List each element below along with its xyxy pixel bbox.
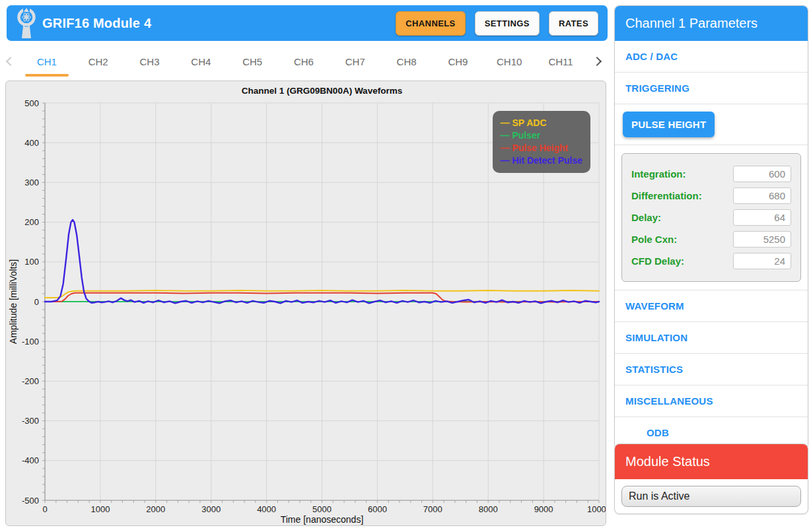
pulse-height-params-section: Integration: Differentiation: Delay: Pol… bbox=[615, 145, 808, 290]
run-status-field: Run is Active bbox=[621, 486, 801, 507]
cfd-delay-input[interactable] bbox=[733, 253, 791, 269]
x-tick-label: 2000 bbox=[146, 504, 165, 514]
x-tick-label: 6000 bbox=[368, 504, 387, 514]
header-nav: CHANNELS SETTINGS RATES bbox=[396, 11, 601, 36]
tab-label: CH6 bbox=[294, 56, 314, 67]
y-tick-label: 200 bbox=[24, 217, 39, 227]
sidebar-item-triggering[interactable]: TRIGGERING bbox=[615, 73, 808, 104]
channel-tab-bar: CH1 CH2 CH3 CH4 CH5 CH6 CH7 CH8 CH9 CH10… bbox=[0, 46, 608, 77]
y-tick-label: -500 bbox=[22, 496, 39, 506]
chevron-left-icon bbox=[6, 57, 15, 66]
panel-title: Channel 1 Parameters bbox=[615, 6, 808, 41]
x-tick-label: 1000 bbox=[90, 504, 110, 514]
param-row: Pole Cxn: bbox=[631, 231, 791, 248]
active-tab-indicator bbox=[25, 74, 69, 77]
x-tick-label: 8000 bbox=[479, 504, 498, 514]
legend-entry-pulse-height: — Pulse Height bbox=[501, 142, 582, 154]
x-axis-label: Time [nanoseconds] bbox=[281, 514, 364, 525]
legend-entry-hit-detect-pulse: — Hit Detect Pulse bbox=[501, 154, 582, 167]
differentiation-input[interactable] bbox=[733, 187, 791, 204]
y-tick-label: -200 bbox=[22, 376, 39, 386]
pole-cxn-input[interactable] bbox=[733, 231, 791, 248]
waveform-chart-card: -500-400-300-200-10001002003004005000100… bbox=[5, 81, 606, 526]
sidebar-item-simulation[interactable]: SIMULATION bbox=[615, 322, 808, 354]
tab-ch1[interactable]: CH1 bbox=[21, 46, 73, 77]
tab-label: CH4 bbox=[191, 56, 211, 67]
pulse-height-params-box: Integration: Differentiation: Delay: Pol… bbox=[621, 153, 801, 282]
y-tick-label: 500 bbox=[24, 98, 39, 108]
chart-legend: — SP ADC— Pulser— Pulse Height— Hit Dete… bbox=[493, 111, 590, 173]
settings-button[interactable]: SETTINGS bbox=[475, 11, 540, 36]
module-status-body: Run is Active bbox=[615, 479, 808, 514]
differentiation-label: Differentiation: bbox=[631, 190, 702, 201]
tab-ch7[interactable]: CH7 bbox=[330, 46, 381, 77]
pulse-height-button[interactable]: PULSE HEIGHT bbox=[623, 112, 715, 137]
tab-label: CH7 bbox=[345, 56, 365, 67]
tab-ch9[interactable]: CH9 bbox=[433, 46, 484, 77]
param-row: Delay: bbox=[631, 209, 791, 226]
sidebar-item-miscellaneous[interactable]: MISCELLANEOUS bbox=[615, 385, 808, 417]
y-tick-label: 400 bbox=[24, 138, 39, 148]
legend-entry-pulser: — Pulser bbox=[501, 129, 582, 142]
chart-title: Channel 1 (GRG09BN00A) Waveforms bbox=[242, 86, 402, 96]
tab-label: CH10 bbox=[497, 56, 522, 67]
param-row: Integration: bbox=[631, 166, 791, 182]
y-tick-label: 0 bbox=[34, 297, 39, 307]
tab-ch11[interactable]: CH11 bbox=[535, 46, 586, 77]
x-tick-label: 5000 bbox=[312, 504, 332, 514]
tab-label: CH5 bbox=[242, 56, 262, 67]
prev-tabs-button[interactable] bbox=[0, 46, 21, 77]
x-tick-label: 9000 bbox=[534, 504, 553, 514]
tab-label: CH8 bbox=[397, 56, 417, 67]
sidebar-item-statistics[interactable]: STATISTICS bbox=[615, 354, 808, 385]
x-tick-label: 4000 bbox=[257, 504, 276, 514]
pole-cxn-label: Pole Cxn: bbox=[631, 234, 677, 245]
sidebar-item-pulse-height: PULSE HEIGHT bbox=[615, 104, 808, 145]
tab-ch4[interactable]: CH4 bbox=[175, 46, 227, 77]
chevron-right-icon bbox=[592, 57, 602, 66]
app-header: GRIF16 Module 4 CHANNELS SETTINGS RATES bbox=[7, 5, 608, 41]
tab-ch8[interactable]: CH8 bbox=[381, 46, 433, 77]
x-tick-label: 10000 bbox=[587, 504, 606, 514]
y-tick-label: 300 bbox=[24, 178, 39, 187]
griffin-logo-icon bbox=[13, 7, 40, 40]
cfd-delay-label: CFD Delay: bbox=[631, 255, 684, 267]
tab-ch3[interactable]: CH3 bbox=[124, 46, 176, 77]
rates-button[interactable]: RATES bbox=[549, 11, 598, 36]
tab-label: CH1 bbox=[37, 56, 57, 67]
x-tick-label: 0 bbox=[42, 504, 47, 514]
tab-ch6[interactable]: CH6 bbox=[278, 46, 330, 77]
y-tick-label: -100 bbox=[22, 337, 39, 347]
next-tabs-button[interactable] bbox=[586, 46, 608, 77]
sidebar-item-adc-dac[interactable]: ADC / DAC bbox=[615, 41, 808, 73]
integration-input[interactable] bbox=[733, 166, 791, 182]
param-row: Differentiation: bbox=[631, 187, 791, 204]
tab-label: CH11 bbox=[548, 56, 573, 67]
channel-parameters-panel: Channel 1 Parameters ADC / DAC TRIGGERIN… bbox=[614, 5, 808, 449]
tab-label: CH3 bbox=[140, 56, 160, 67]
integration-label: Integration: bbox=[631, 168, 686, 180]
tab-ch5[interactable]: CH5 bbox=[227, 46, 278, 77]
legend-entry-sp-adc: — SP ADC bbox=[501, 117, 582, 129]
y-tick-label: -300 bbox=[22, 416, 39, 426]
y-tick-label: 100 bbox=[24, 257, 39, 267]
tab-ch2[interactable]: CH2 bbox=[73, 46, 124, 77]
tab-label: CH9 bbox=[448, 56, 468, 67]
delay-label: Delay: bbox=[631, 212, 661, 223]
channels-button[interactable]: CHANNELS bbox=[396, 11, 465, 36]
app-title: GRIF16 Module 4 bbox=[42, 16, 151, 31]
y-axis-label: Amplitude [milliVolts] bbox=[8, 259, 18, 344]
module-status-title: Module Status bbox=[615, 444, 808, 479]
module-status-panel: Module Status Run is Active bbox=[614, 444, 808, 514]
delay-input[interactable] bbox=[733, 209, 791, 226]
param-row: CFD Delay: bbox=[631, 253, 791, 269]
x-tick-label: 7000 bbox=[423, 504, 442, 514]
sidebar-item-waveform[interactable]: WAVEFORM bbox=[615, 290, 808, 322]
tab-ch10[interactable]: CH10 bbox=[483, 46, 535, 77]
y-tick-label: -400 bbox=[22, 455, 39, 465]
tab-label: CH2 bbox=[88, 56, 108, 67]
x-tick-label: 3000 bbox=[201, 504, 221, 514]
